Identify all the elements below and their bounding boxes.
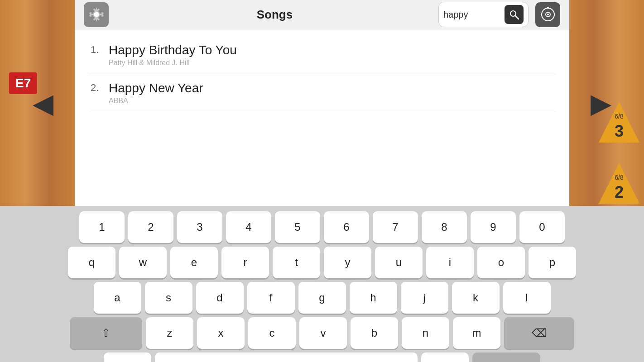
key-9[interactable]: 9: [471, 211, 516, 243]
key-5[interactable]: 5: [275, 211, 320, 243]
key-z[interactable]: z: [146, 317, 193, 349]
key-j[interactable]: j: [401, 282, 448, 314]
key-l[interactable]: l: [503, 282, 551, 314]
nav-prev-button[interactable]: ◀: [25, 58, 61, 148]
key-7[interactable]: 7: [373, 211, 418, 243]
key-8[interactable]: 8: [422, 211, 467, 243]
header-left: [84, 2, 111, 27]
svg-point-1: [94, 12, 99, 17]
key-u[interactable]: u: [375, 247, 423, 278]
keyboard-row-z: ⇧ z x c v b n m ⌫: [36, 317, 608, 349]
keyboard-section: 1 2 3 4 5 6 7 8 9 0 q w e r t y u i o p …: [0, 206, 644, 362]
key-c[interactable]: c: [248, 317, 296, 349]
key-e[interactable]: e: [170, 247, 218, 278]
svg-line-3: [515, 16, 519, 19]
key-s[interactable]: s: [145, 282, 192, 314]
song-info-2: Happy New Year ABBA: [109, 81, 203, 105]
svg-text:2: 2: [615, 183, 624, 201]
return-key[interactable]: ↵: [472, 352, 540, 362]
key-t[interactable]: t: [273, 247, 320, 278]
top-section: E7 S: [0, 0, 644, 206]
keyboard-row-q: q w e r t y u i o p: [36, 247, 608, 278]
song-title-2: Happy New Year: [109, 81, 203, 95]
key-y[interactable]: y: [324, 247, 371, 278]
key-d[interactable]: d: [196, 282, 244, 314]
song-artist-1: Patty Hill & Mildred J. Hill: [109, 59, 237, 67]
key-w[interactable]: w: [119, 247, 167, 278]
key-m[interactable]: m: [453, 317, 500, 349]
key-r[interactable]: r: [221, 247, 269, 278]
key-o[interactable]: o: [477, 247, 525, 278]
right-chevron-icon: ▶: [591, 87, 611, 119]
key-6[interactable]: 6: [324, 211, 369, 243]
song-item-1[interactable]: 1. Happy Birthday To You Patty Hill & Mi…: [88, 36, 556, 74]
key-n[interactable]: n: [402, 317, 449, 349]
key-h[interactable]: h: [350, 282, 397, 314]
header-bar: Songs: [75, 0, 569, 29]
song-title-1: Happy Birthday To You: [109, 43, 237, 57]
key-g[interactable]: g: [298, 282, 346, 314]
key-p[interactable]: p: [529, 247, 576, 278]
space-key[interactable]: [155, 352, 418, 362]
song-list: 1. Happy Birthday To You Patty Hill & Mi…: [75, 29, 569, 206]
key-a[interactable]: a: [94, 282, 141, 314]
key-2[interactable]: 2: [128, 211, 173, 243]
svg-point-6: [547, 14, 549, 15]
song-number-2: 2.: [91, 81, 109, 94]
page-title: Songs: [111, 8, 438, 22]
song-artist-2: ABBA: [109, 97, 203, 105]
song-info-1: Happy Birthday To You Patty Hill & Mildr…: [109, 43, 237, 67]
gear-icon: [88, 6, 105, 23]
key-period[interactable]: .: [421, 352, 469, 362]
key-q[interactable]: q: [68, 247, 115, 278]
key-k[interactable]: k: [452, 282, 500, 314]
shift-key[interactable]: ⇧: [70, 317, 142, 349]
search-button[interactable]: [505, 5, 524, 24]
key-i[interactable]: i: [426, 247, 474, 278]
nav-next-button[interactable]: ▶: [583, 58, 619, 148]
keyboard-row-numbers: 1 2 3 4 5 6 7 8 9 0: [36, 211, 608, 243]
key-f[interactable]: f: [247, 282, 295, 314]
search-input[interactable]: [443, 10, 502, 20]
key-0[interactable]: 0: [519, 211, 565, 243]
center-content: Songs: [75, 0, 569, 206]
keyboard-row-a: a s d f g h j k l: [36, 282, 608, 314]
header-right: [438, 2, 560, 27]
settings-button[interactable]: [84, 2, 109, 27]
key-3[interactable]: 3: [177, 211, 222, 243]
cd-button[interactable]: [535, 2, 560, 27]
search-bar: [438, 2, 529, 27]
song-item-2[interactable]: 2. Happy New Year ABBA: [88, 74, 556, 112]
key-v[interactable]: v: [299, 317, 347, 349]
search-icon: [509, 9, 519, 20]
delete-key[interactable]: ⌫: [504, 317, 574, 349]
key-x[interactable]: x: [197, 317, 245, 349]
left-chevron-icon: ◀: [33, 87, 53, 119]
keyboard-row-space: , . ↵: [36, 352, 608, 362]
app-container: E7 S: [0, 0, 644, 362]
key-comma[interactable]: ,: [104, 352, 151, 362]
song-number-1: 1.: [91, 43, 109, 56]
pick-badge-2[interactable]: 6/8 2: [596, 161, 642, 206]
key-b[interactable]: b: [351, 317, 398, 349]
key-4[interactable]: 4: [226, 211, 271, 243]
key-1[interactable]: 1: [79, 211, 125, 243]
pick-shape-2: 6/8 2: [596, 161, 642, 206]
svg-text:6/8: 6/8: [615, 174, 624, 181]
cd-icon: [540, 7, 556, 22]
